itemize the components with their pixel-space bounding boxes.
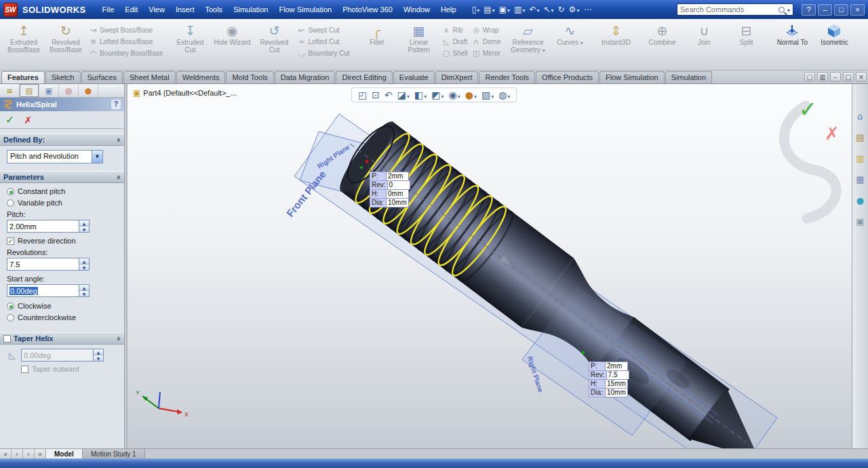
edit-appearance-button[interactable]: ●: [465, 90, 477, 100]
shell-button[interactable]: ▢Shell: [440, 48, 470, 58]
curves-button[interactable]: ∿ Curves: [549, 21, 591, 47]
undo-button[interactable]: ↶: [527, 4, 541, 15]
pm-cancel-button[interactable]: ✗: [24, 115, 32, 125]
property-manager-tab[interactable]: ▤: [20, 84, 39, 97]
options-button[interactable]: ⚙: [567, 4, 582, 15]
menu-view[interactable]: View: [143, 3, 170, 16]
tab-dimxpert[interactable]: DimXpert: [435, 71, 479, 83]
parameters-section-header[interactable]: Parameters »: [0, 171, 124, 183]
graphics-area[interactable]: X Y ▣ Part4 (Default<<Default>_... ◰ ⊡ ↶…: [127, 84, 852, 448]
menu-simulation[interactable]: Simulation: [228, 3, 273, 16]
boundary-cut-button[interactable]: ◡Boundary Cut: [295, 48, 351, 58]
tab-render-tools[interactable]: Render Tools: [479, 71, 535, 83]
reverse-direction-checkbox[interactable]: ✓: [7, 237, 14, 245]
zoom-to-fit-button[interactable]: ◰: [358, 90, 367, 100]
draft-button[interactable]: ◺Draft: [440, 37, 470, 47]
variable-pitch-radio[interactable]: [7, 199, 14, 207]
view-settings-button[interactable]: ◍: [498, 90, 510, 100]
collapse-chevron-icon[interactable]: »: [114, 336, 123, 340]
save-button[interactable]: ▣: [497, 4, 512, 15]
doc-restore-button[interactable]: □: [843, 72, 854, 81]
hide-show-items-button[interactable]: ◉: [448, 90, 460, 100]
menu-insert[interactable]: Insert: [170, 3, 200, 16]
linear-pattern-button[interactable]: ▦ Linear Pattern: [398, 21, 440, 54]
rebuild-button[interactable]: ↻: [556, 4, 567, 15]
feature-manager-tab[interactable]: ≡: [0, 84, 20, 97]
confirm-ok-button[interactable]: ✓: [799, 96, 817, 122]
prev-tab-button[interactable]: ‹: [12, 449, 23, 459]
dome-button[interactable]: ∩Dome: [470, 37, 503, 47]
display-manager-tab[interactable]: ●: [79, 84, 98, 97]
wrap-button[interactable]: ◎Wrap: [470, 25, 503, 35]
reference-geometry-button[interactable]: ▱ Reference Geometry: [507, 21, 549, 54]
close-button[interactable]: ×: [850, 4, 865, 16]
maximize-button[interactable]: □: [834, 4, 848, 16]
menu-window[interactable]: Window: [398, 3, 435, 16]
solidworks-resources-icon[interactable]: ⌂: [857, 111, 863, 121]
counterclockwise-radio[interactable]: [7, 314, 14, 321]
more-commands-button[interactable]: ⋯: [581, 4, 593, 15]
tab-weldments[interactable]: Weldments: [176, 71, 226, 83]
display-style-button[interactable]: ◩: [431, 90, 443, 100]
pane-layout-icon[interactable]: ▥: [817, 72, 828, 81]
taper-outward-checkbox[interactable]: [21, 366, 28, 373]
combo-dropdown-icon[interactable]: ▼: [92, 151, 102, 163]
apply-scene-button[interactable]: ▨: [481, 90, 494, 100]
feature-tree-root[interactable]: ▣ Part4 (Default<<Default>_...: [133, 88, 237, 98]
first-tab-button[interactable]: «: [0, 449, 12, 459]
combine-button[interactable]: ⊕ Combine: [641, 21, 683, 47]
clockwise-radio[interactable]: [7, 303, 14, 310]
pm-ok-button[interactable]: ✓: [5, 113, 14, 126]
print-button[interactable]: ▥: [512, 4, 527, 15]
mirror-button[interactable]: ◫Mirror: [470, 48, 503, 58]
revolutions-spinner[interactable]: ▲▼: [79, 258, 90, 271]
swept-cut-button[interactable]: ↜Swept Cut: [295, 25, 351, 35]
menu-flow-simulation[interactable]: Flow Simulation: [273, 3, 337, 16]
defined-by-section-header[interactable]: Defined By: »: [0, 134, 124, 146]
view-orientation-button[interactable]: ◧: [414, 90, 427, 100]
start-angle-stepper[interactable]: 0.00deg ▲▼: [7, 284, 90, 297]
search-input[interactable]: [680, 5, 776, 14]
start-angle-spinner[interactable]: ▲▼: [79, 284, 90, 297]
pitch-input[interactable]: [9, 222, 77, 231]
doc-minimize-button[interactable]: –: [830, 72, 841, 81]
new-document-button[interactable]: ▯: [470, 4, 482, 15]
search-dropdown-icon[interactable]: [787, 5, 790, 14]
instant3d-button[interactable]: ⇕ Instant3D: [595, 21, 637, 47]
extruded-boss-base-button[interactable]: ↥ Extruded Boss/Base: [3, 21, 45, 54]
view-palette-icon[interactable]: ▦: [856, 174, 864, 184]
select-button[interactable]: ↖: [541, 4, 555, 15]
fillet-button[interactable]: ╭ Fillet: [356, 21, 398, 47]
collapse-chevron-icon[interactable]: »: [114, 174, 123, 179]
helix-end-callout[interactable]: P:2mm Rev:7.5 H:15mm Dia:10mm: [589, 362, 629, 397]
tab-simulation[interactable]: Simulation: [665, 71, 712, 83]
extruded-cut-button[interactable]: ↧ Extruded Cut: [169, 21, 211, 54]
taper-angle-input[interactable]: [24, 351, 91, 359]
tab-flow-simulation[interactable]: Flow Simulation: [599, 71, 665, 83]
minimize-button[interactable]: –: [818, 4, 832, 16]
model-scene[interactable]: X Y: [127, 84, 852, 448]
taper-angle-stepper[interactable]: ▲▼: [21, 349, 104, 362]
confirm-cancel-button[interactable]: ✗: [825, 123, 840, 144]
helix-start-callout[interactable]: P:2mm Rev:0 H:0mm Dia:10mm: [370, 172, 410, 208]
taper-helix-section-header[interactable]: Taper Helix »: [0, 332, 124, 345]
menu-edit[interactable]: Edit: [119, 3, 143, 16]
revolved-boss-base-button[interactable]: ↻ Revolved Boss/Base: [45, 21, 87, 54]
revolutions-input[interactable]: [9, 260, 77, 269]
model-tab[interactable]: Model: [46, 449, 83, 459]
tab-sheet-metal[interactable]: Sheet Metal: [123, 71, 176, 83]
isometric-button[interactable]: Isometric: [813, 21, 855, 47]
pitch-stepper[interactable]: ▲▼: [7, 220, 90, 233]
menu-file[interactable]: File: [97, 3, 120, 16]
menu-help[interactable]: Help: [435, 3, 462, 16]
constant-pitch-radio[interactable]: [7, 188, 14, 195]
tab-data-migration[interactable]: Data Migration: [275, 71, 336, 83]
start-angle-value[interactable]: 0.00deg: [9, 287, 38, 295]
zoom-to-area-button[interactable]: ⊡: [372, 90, 380, 100]
file-explorer-icon[interactable]: ▥: [856, 153, 864, 163]
tab-office-products[interactable]: Office Products: [536, 71, 599, 83]
hole-wizard-button[interactable]: ◉ Hole Wizard: [211, 21, 253, 47]
custom-properties-icon[interactable]: ▣: [856, 216, 864, 227]
pane-toggle-icon[interactable]: ▢: [804, 72, 815, 81]
tab-direct-editing[interactable]: Direct Editing: [336, 71, 392, 83]
